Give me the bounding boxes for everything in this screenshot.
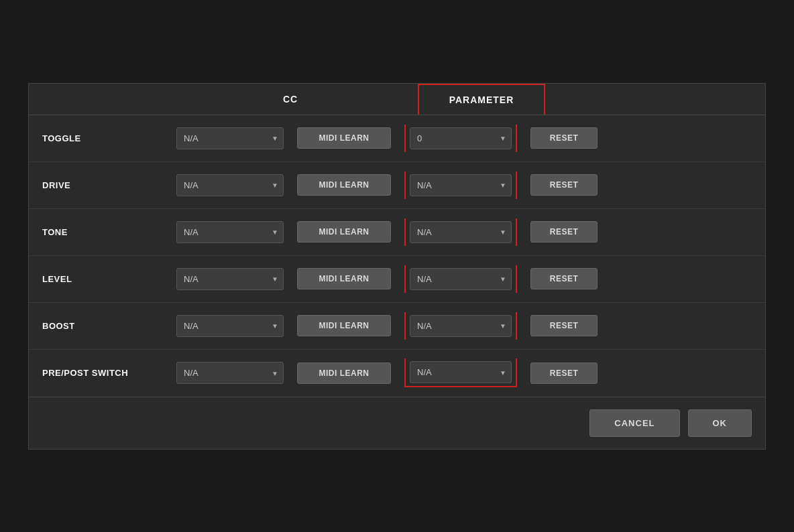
- parameter-dropdown-wrapper: N/A0123: [410, 268, 512, 290]
- param-name: TONE: [29, 227, 176, 237]
- cc-select[interactable]: N/A012345: [176, 362, 284, 384]
- header-row: CC PARAMETER: [29, 84, 765, 115]
- reset-button[interactable]: RESET: [530, 362, 598, 384]
- cancel-button[interactable]: CANCEL: [589, 409, 679, 437]
- param-row: PRE/POST SWITCHN/A012345MIDI LEARNN/A012…: [29, 350, 765, 397]
- parameter-select[interactable]: N/A0123: [410, 174, 512, 196]
- parameter-dropdown-wrapper: N/A0123: [410, 315, 512, 337]
- param-name: BOOST: [29, 321, 176, 331]
- cc-select[interactable]: N/A012345: [176, 268, 284, 290]
- parameter-column: N/A0123: [404, 172, 517, 199]
- reset-button[interactable]: RESET: [530, 174, 598, 196]
- header-parameter: PARAMETER: [418, 84, 545, 115]
- cc-dropdown-wrapper: N/A012345: [176, 174, 284, 196]
- param-name: PRE/POST SWITCH: [29, 368, 176, 378]
- midi-mapping-dialog: CC PARAMETER TOGGLEN/A012345MIDI LEARN01…: [28, 83, 766, 450]
- parameter-select[interactable]: N/A0123: [410, 361, 512, 383]
- param-row: LEVELN/A012345MIDI LEARNN/A0123RESET: [29, 256, 765, 303]
- param-row: DRIVEN/A012345MIDI LEARNN/A0123RESET: [29, 162, 765, 209]
- cc-dropdown-wrapper: N/A012345: [176, 362, 284, 384]
- cc-dropdown-wrapper: N/A012345: [176, 127, 284, 149]
- midi-learn-button[interactable]: MIDI LEARN: [297, 127, 391, 149]
- rows-container: TOGGLEN/A012345MIDI LEARN0123RESETDRIVEN…: [29, 115, 765, 397]
- param-name: LEVEL: [29, 274, 176, 284]
- cc-select[interactable]: N/A012345: [176, 315, 284, 337]
- header-name-spacer: [29, 90, 176, 109]
- parameter-select[interactable]: 0123: [410, 127, 512, 149]
- cc-select[interactable]: N/A012345: [176, 221, 284, 243]
- parameter-column: N/A0123: [404, 312, 517, 340]
- reset-button[interactable]: RESET: [530, 127, 598, 149]
- parameter-column: N/A0123: [404, 218, 517, 246]
- cc-select[interactable]: N/A012345: [176, 127, 284, 149]
- midi-learn-button[interactable]: MIDI LEARN: [297, 174, 391, 196]
- reset-button[interactable]: RESET: [530, 221, 598, 243]
- param-row: TOGGLEN/A012345MIDI LEARN0123RESET: [29, 115, 765, 162]
- param-name: DRIVE: [29, 180, 176, 190]
- cc-dropdown-wrapper: N/A012345: [176, 315, 284, 337]
- reset-button[interactable]: RESET: [530, 268, 598, 289]
- parameter-column: N/A0123: [404, 358, 517, 387]
- parameter-dropdown-wrapper: N/A0123: [410, 221, 512, 243]
- parameter-select[interactable]: N/A0123: [410, 268, 512, 290]
- reset-button[interactable]: RESET: [530, 315, 598, 336]
- ok-button[interactable]: OK: [688, 409, 752, 437]
- parameter-dropdown-wrapper: N/A0123: [410, 174, 512, 196]
- parameter-dropdown-wrapper: 0123: [410, 127, 512, 149]
- cc-dropdown-wrapper: N/A012345: [176, 268, 284, 290]
- cc-dropdown-wrapper: N/A012345: [176, 221, 284, 243]
- param-row: BOOSTN/A012345MIDI LEARNN/A0123RESET: [29, 303, 765, 350]
- param-row: TONEN/A012345MIDI LEARNN/A0123RESET: [29, 209, 765, 256]
- parameter-select[interactable]: N/A0123: [410, 315, 512, 337]
- midi-learn-button[interactable]: MIDI LEARN: [297, 315, 391, 336]
- footer-row: CANCEL OK: [29, 397, 765, 449]
- midi-learn-button[interactable]: MIDI LEARN: [297, 362, 391, 384]
- header-cc: CC: [176, 84, 404, 114]
- midi-learn-button[interactable]: MIDI LEARN: [297, 268, 391, 289]
- parameter-dropdown-wrapper: N/A0123: [410, 361, 512, 383]
- midi-learn-button[interactable]: MIDI LEARN: [297, 221, 391, 243]
- param-name: TOGGLE: [29, 133, 176, 143]
- cc-select[interactable]: N/A012345: [176, 174, 284, 196]
- parameter-column: N/A0123: [404, 265, 517, 293]
- parameter-column: 0123: [404, 125, 517, 152]
- parameter-select[interactable]: N/A0123: [410, 221, 512, 243]
